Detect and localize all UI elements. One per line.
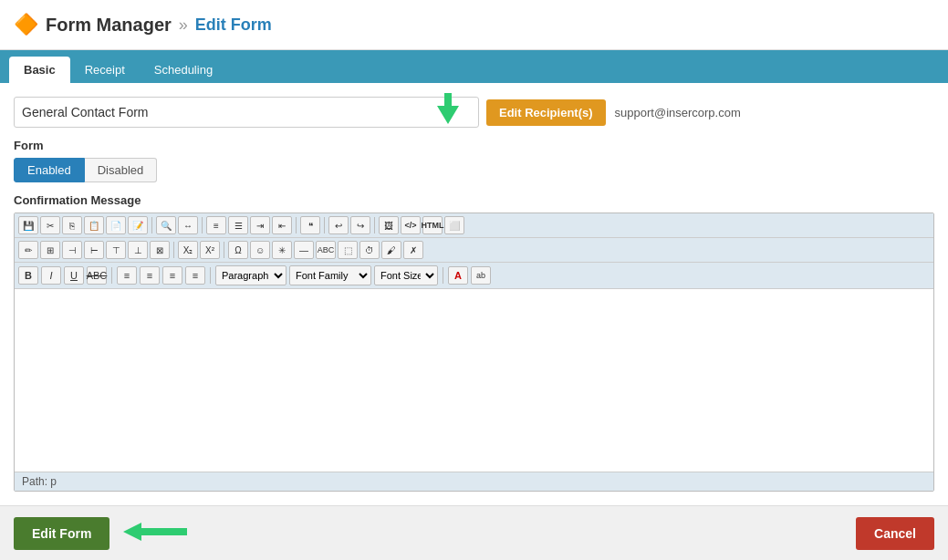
tb-time[interactable]: ⏱ <box>359 241 380 259</box>
app-title: Form Manager <box>46 15 172 36</box>
tb-undo[interactable]: ↩ <box>328 216 349 234</box>
toolbar-row-2: ✏ ⊞ ⊣ ⊢ ⊤ ⊥ ⊠ X₂ X² Ω ☺ ✳ — ABC ⬚ ⏱ 🖌 ✗ <box>15 238 933 263</box>
footer: Edit Form Cancel <box>0 505 948 560</box>
fmt-paragraph-select[interactable]: Paragraph <box>215 265 286 285</box>
tb-replace[interactable]: ↔ <box>178 216 198 234</box>
fmt-font-family-select[interactable]: Font Family <box>289 265 371 285</box>
fmt-italic[interactable]: I <box>41 266 61 285</box>
fmt-underline[interactable]: U <box>64 266 84 285</box>
recipient-email: support@insercorp.com <box>615 106 741 119</box>
tb-row-above[interactable]: ⊤ <box>106 241 126 259</box>
tb-row-below[interactable]: ⊥ <box>128 241 148 259</box>
form-name-row: Edit Recipient(s) support@insercorp.com <box>14 97 934 128</box>
tb-sep-1 <box>151 217 152 233</box>
fmt-font-color[interactable]: A <box>448 266 468 285</box>
form-name-input[interactable] <box>14 97 479 128</box>
edit-recipients-button[interactable]: Edit Recipient(s) <box>486 99 606 126</box>
cancel-button[interactable]: Cancel <box>856 517 934 550</box>
tb-sep-7 <box>224 242 224 258</box>
tab-scheduling[interactable]: Scheduling <box>140 57 227 83</box>
fmt-sep-1 <box>111 267 112 284</box>
page-title: Edit Form <box>195 16 272 35</box>
tb-ol[interactable]: ≡ <box>206 216 226 234</box>
tb-sep-4 <box>324 217 325 233</box>
fmt-highlight[interactable]: ab <box>471 266 491 285</box>
enabled-toggle[interactable]: Enabled <box>14 158 85 182</box>
breadcrumb-separator: » <box>179 16 188 35</box>
toolbar-row-1: 💾 ✂ ⎘ 📋 📄 📝 🔍 ↔ ≡ ☰ ⇥ ⇤ ❝ ↩ ↪ 🖼 </> HTML… <box>15 213 933 238</box>
tb-special-char[interactable]: Ω <box>228 241 248 259</box>
tb-hr[interactable]: — <box>294 241 314 259</box>
tab-basic[interactable]: Basic <box>9 57 70 83</box>
tb-maximize[interactable]: ⬜ <box>444 216 464 234</box>
app-icon: 🔶 <box>14 13 38 36</box>
fmt-bold[interactable]: B <box>18 266 38 285</box>
form-toggle-row: Enabled Disabled <box>14 158 934 182</box>
tb-paint[interactable]: 🖌 <box>381 241 401 259</box>
tb-copy[interactable]: ⎘ <box>62 216 82 234</box>
arrow-down-indicator <box>430 93 466 127</box>
tb-smiley[interactable]: ☺ <box>250 241 270 259</box>
path-label: Path: p <box>22 475 57 488</box>
tb-paste-word[interactable]: 📝 <box>128 216 148 234</box>
form-section-label: Form <box>14 139 934 152</box>
fmt-align-justify[interactable]: ≡ <box>185 266 205 285</box>
tb-sep-3 <box>296 217 297 233</box>
path-bar: Path: p <box>15 472 933 491</box>
tab-receipt[interactable]: Receipt <box>70 57 140 83</box>
tb-html[interactable]: HTML <box>422 216 443 234</box>
tb-save[interactable]: 💾 <box>18 216 38 234</box>
tb-sup[interactable]: X² <box>200 241 220 259</box>
tb-cut[interactable]: ✂ <box>40 216 60 234</box>
tb-image[interactable]: 🖼 <box>379 216 399 234</box>
svg-marker-0 <box>437 93 459 124</box>
tb-blockquote[interactable]: ❝ <box>300 216 320 234</box>
fmt-align-left[interactable]: ≡ <box>117 266 137 285</box>
fmt-font-size-select[interactable]: Font Size <box>374 265 438 285</box>
tb-paste-text[interactable]: 📄 <box>106 216 126 234</box>
fmt-sep-3 <box>443 267 443 284</box>
tb-spellcheck[interactable]: ABC <box>316 241 336 259</box>
tb-source[interactable]: </> <box>401 216 421 234</box>
tb-table[interactable]: ⊞ <box>40 241 60 259</box>
tb-merge[interactable]: ⊠ <box>150 241 170 259</box>
fmt-align-right[interactable]: ≡ <box>162 266 182 285</box>
tb-sep-6 <box>173 242 174 258</box>
tb-col-after[interactable]: ⊢ <box>84 241 104 259</box>
tb-sep-2 <box>202 217 203 233</box>
tb-find[interactable]: 🔍 <box>156 216 176 234</box>
tb-sub[interactable]: X₂ <box>178 241 198 259</box>
tb-remove-format[interactable]: ✗ <box>403 241 423 259</box>
fmt-sep-2 <box>210 267 211 284</box>
app-header: 🔶 Form Manager » Edit Form <box>0 0 948 50</box>
edit-form-button[interactable]: Edit Form <box>14 517 109 550</box>
arrow-left-indicator <box>123 518 187 548</box>
fmt-strikethrough[interactable]: ABC <box>87 266 107 285</box>
tb-placeholder[interactable]: ⬚ <box>338 241 358 259</box>
rich-text-editor: 💾 ✂ ⎘ 📋 📄 📝 🔍 ↔ ≡ ☰ ⇥ ⇤ ❝ ↩ ↪ 🖼 </> HTML… <box>14 213 934 492</box>
footer-left: Edit Form <box>14 517 187 550</box>
tb-indent[interactable]: ⇥ <box>250 216 270 234</box>
format-toolbar: B I U ABC ≡ ≡ ≡ ≡ Paragraph Font Family … <box>15 263 933 289</box>
tb-asterisk[interactable]: ✳ <box>272 241 292 259</box>
main-content: Edit Recipient(s) support@insercorp.com … <box>0 83 948 505</box>
fmt-align-center[interactable]: ≡ <box>140 266 160 285</box>
tabs-bar: Basic Receipt Scheduling <box>0 50 948 83</box>
editor-body[interactable] <box>15 289 933 472</box>
tb-col-before[interactable]: ⊣ <box>62 241 82 259</box>
tb-redo[interactable]: ↪ <box>350 216 370 234</box>
disabled-toggle[interactable]: Disabled <box>85 158 158 182</box>
tb-edit[interactable]: ✏ <box>18 241 38 259</box>
tb-paste[interactable]: 📋 <box>84 216 104 234</box>
tb-ul[interactable]: ☰ <box>228 216 248 234</box>
tb-sep-5 <box>374 217 375 233</box>
confirmation-label: Confirmation Message <box>14 193 934 207</box>
tb-outdent[interactable]: ⇤ <box>272 216 292 234</box>
svg-marker-1 <box>123 523 187 541</box>
